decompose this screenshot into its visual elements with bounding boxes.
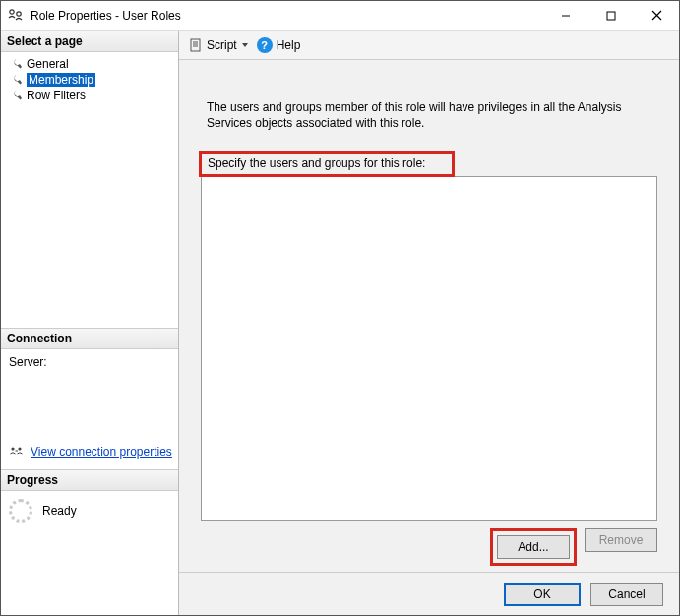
left-panel: Select a page General Membership (1, 31, 178, 615)
svg-point-1 (17, 11, 21, 15)
remove-button[interactable]: Remove (585, 528, 657, 552)
right-panel: Script ? Help The users and groups membe… (178, 31, 679, 615)
progress-spinner-icon (9, 499, 32, 523)
connection-header: Connection (1, 328, 178, 349)
toolbar: Script ? Help (179, 31, 679, 60)
help-button[interactable]: ? Help (257, 37, 301, 53)
add-button-highlight: Add... (490, 528, 577, 566)
svg-point-7 (18, 447, 21, 450)
svg-rect-3 (607, 12, 615, 20)
connection-section: Server: View connection properties (1, 349, 178, 469)
help-label: Help (277, 38, 301, 52)
wrench-icon (9, 57, 23, 71)
page-item-membership[interactable]: Membership (5, 72, 174, 88)
close-button[interactable] (634, 1, 679, 30)
script-label: Script (207, 38, 237, 52)
server-label: Server: (9, 355, 170, 369)
titlebar: Role Properties - User Roles (1, 1, 679, 31)
page-item-rowfilters[interactable]: Row Filters (5, 88, 174, 103)
wrench-icon (9, 89, 23, 102)
svg-point-6 (11, 447, 14, 450)
window-controls (543, 1, 679, 30)
progress-status: Ready (42, 504, 77, 518)
page-label: General (27, 57, 69, 71)
select-page-header: Select a page (1, 31, 178, 52)
members-listbox[interactable] (201, 176, 657, 521)
specify-label: Specify the users and groups for this ro… (208, 156, 425, 170)
dialog-footer: OK Cancel (179, 572, 679, 615)
page-item-general[interactable]: General (5, 56, 174, 72)
minimize-button[interactable] (543, 1, 588, 30)
specify-label-highlight: Specify the users and groups for this ro… (199, 151, 455, 177)
chevron-down-icon (241, 41, 249, 49)
svg-rect-9 (191, 39, 200, 51)
list-buttons: Add... Remove (201, 521, 657, 566)
view-connection-link[interactable]: View connection properties (31, 445, 172, 459)
progress-section: Ready (1, 491, 178, 615)
window-title: Role Properties - User Roles (31, 9, 181, 23)
add-button[interactable]: Add... (497, 535, 570, 559)
maximize-button[interactable] (588, 1, 634, 30)
svg-point-0 (10, 9, 14, 13)
dialog-window: Role Properties - User Roles Select a pa… (0, 0, 680, 616)
script-button[interactable]: Script (189, 38, 249, 52)
progress-header: Progress (1, 469, 178, 491)
intro-text: The users and groups member of this role… (207, 99, 651, 131)
content-area: The users and groups member of this role… (179, 60, 679, 572)
app-icon (7, 7, 25, 25)
wrench-icon (9, 73, 23, 87)
page-list: General Membership Row Filters (1, 52, 178, 328)
ok-button[interactable]: OK (504, 583, 581, 606)
connection-icon (9, 444, 25, 460)
script-icon (189, 38, 203, 52)
help-icon: ? (257, 37, 273, 53)
cancel-button[interactable]: Cancel (590, 583, 663, 606)
page-label: Membership (27, 73, 95, 87)
page-label: Row Filters (27, 89, 86, 102)
